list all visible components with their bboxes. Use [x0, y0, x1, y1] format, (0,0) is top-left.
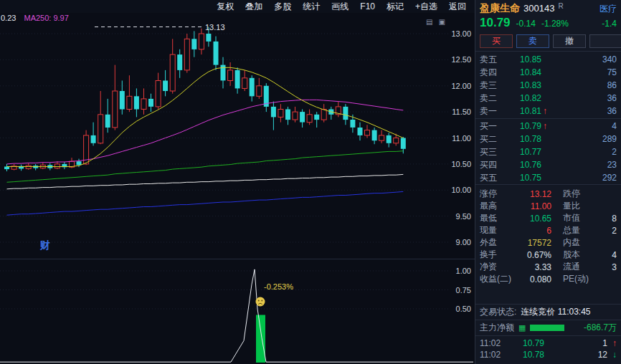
stat-row-limit: 涨停 13.12 跌停: [480, 188, 617, 200]
ma250-label: MA250: 9.97: [24, 14, 68, 22]
bid-row-2[interactable]: 买二 10.78 289: [480, 133, 617, 145]
ask-label: 卖一: [480, 105, 504, 118]
bid-label: 买一: [480, 120, 504, 133]
quote-panel: 盈康生命 300143 R 医疗 10.79 -0.14 -1.28% -1.4…: [475, 0, 621, 364]
bid-volume: 292: [602, 173, 617, 183]
bid-price[interactable]: 10.78: [504, 134, 541, 144]
svg-text:9.00: 9.00: [456, 238, 471, 246]
bid-price[interactable]: 10.79: [504, 121, 541, 131]
trade-buttons: 买 卖 撤: [475, 32, 621, 51]
bid-price[interactable]: 10.75: [504, 173, 541, 183]
bid-volume: 4: [612, 121, 617, 131]
watermark-logo: 财: [40, 239, 50, 252]
stat-value: 10.65: [518, 214, 551, 224]
flow-bar: [530, 325, 564, 331]
main-flow-value: -686.7万: [584, 322, 617, 334]
ask-label: 卖五: [480, 54, 504, 66]
stat-label: 最高: [480, 200, 518, 212]
extra-button-cut[interactable]: [589, 34, 621, 48]
tx-volume: 12: [598, 350, 607, 360]
cancel-order-button[interactable]: 撤: [553, 34, 586, 48]
bid-row-1[interactable]: 买一 10.79 ↑ 4: [480, 120, 617, 133]
ask-price[interactable]: 10.82: [504, 93, 541, 103]
bid-ask-divider: [475, 118, 621, 119]
margin-flag: R: [558, 2, 563, 10]
price-row: 10.79 -0.14 -1.28% -1.4: [475, 16, 621, 32]
trading-app: 复权 叠加 多股 统计 画线 F10 标记 +自选 返回 0.23 MA250:…: [0, 0, 621, 364]
indicator-subchart[interactable]: 1.000.750.50-0.253%: [0, 259, 475, 364]
stat-row-high: 最高 11.00 量比: [480, 200, 617, 212]
price-change-percent: -1.28%: [541, 19, 569, 29]
main-candlestick-chart[interactable]: 13.0012.5012.0011.5011.0010.5010.009.509…: [0, 13, 475, 259]
transaction-row: 11:02 10.79 1 ↑: [480, 337, 617, 349]
mark-button[interactable]: 标记: [387, 1, 404, 13]
ma-legend: 0.23 MA250: 9.97: [1, 14, 69, 22]
ask-price[interactable]: 10.84: [504, 67, 541, 77]
stat-label: 换手: [480, 249, 518, 261]
mini-chart-icon[interactable]: ▦: [518, 323, 526, 332]
ask-row-4[interactable]: 卖四 10.84 75: [480, 66, 617, 79]
bid-price[interactable]: 10.77: [504, 147, 541, 157]
buy-button[interactable]: 买: [480, 34, 513, 48]
stat-label: 量比: [563, 200, 597, 212]
ask-volume: 75: [607, 67, 617, 77]
stat-row-eps: 收益(二) 0.080 PE(动): [480, 273, 617, 285]
sell-arrow-icon: ↓: [607, 350, 617, 360]
add-watchlist-button[interactable]: +自选: [415, 1, 437, 13]
svg-text:9.50: 9.50: [456, 212, 471, 221]
stat-value: 11.00: [518, 201, 551, 211]
sector-tag[interactable]: 医疗: [599, 3, 617, 15]
stat-label: 市值: [563, 212, 597, 224]
ask-volume: 340: [602, 54, 617, 64]
svg-text:0.75: 0.75: [456, 286, 471, 294]
buy-arrow-icon: ↑: [607, 338, 617, 348]
stat-label: 总量: [563, 224, 597, 236]
ask-volume: 86: [607, 80, 617, 90]
stat-label: 内盘: [563, 236, 597, 249]
stat-label: PE(动): [563, 273, 597, 285]
ask-row-3[interactable]: 卖三 10.83 86: [480, 79, 617, 92]
bid-volume: 2: [612, 147, 617, 157]
ask-row-2[interactable]: 卖二 10.82 36: [480, 92, 617, 105]
draw-line-button[interactable]: 画线: [331, 1, 349, 13]
svg-text:13.00: 13.00: [451, 29, 471, 38]
ask-label: 卖三: [480, 80, 504, 92]
overlay-button[interactable]: 叠加: [245, 1, 262, 13]
stat-label: 现量: [480, 224, 518, 236]
svg-text:10.50: 10.50: [451, 160, 471, 168]
bid-row-5[interactable]: 买五 10.75 292: [480, 171, 617, 184]
tx-price: 10.78: [508, 350, 544, 360]
ask-row-5[interactable]: 卖五 10.85 340: [480, 53, 617, 66]
ask-row-1[interactable]: 卖一 10.81 ↑ 36: [480, 105, 617, 118]
ask-label: 卖二: [480, 92, 504, 105]
stat-row-low: 最低 10.65 市值 8: [480, 212, 617, 224]
up-arrow-icon: ↑: [541, 106, 551, 116]
bid-price[interactable]: 10.76: [504, 160, 541, 170]
list-icon[interactable]: ▤: [426, 18, 432, 26]
stat-label: 跌停: [563, 188, 597, 200]
transaction-list: 11:02 10.79 1 ↑ 11:02 10.78 12 ↓: [475, 335, 621, 360]
ask-price[interactable]: 10.85: [504, 54, 541, 64]
f10-button[interactable]: F10: [360, 1, 375, 11]
chart-corner-icons: ▤ ▣: [426, 18, 445, 26]
svg-text:11.50: 11.50: [452, 107, 471, 116]
bid-label: 买二: [480, 133, 504, 145]
stat-value-partial: 8: [612, 214, 617, 224]
bid-row-3[interactable]: 买三 10.77 2: [480, 145, 617, 158]
ask-price[interactable]: 10.83: [504, 80, 541, 90]
adjust-price-button[interactable]: 复权: [217, 1, 234, 13]
back-button[interactable]: 返回: [449, 1, 466, 13]
svg-text:0.50: 0.50: [456, 305, 471, 313]
bid-row-4[interactable]: 买四 10.76 23: [480, 158, 617, 171]
stat-value: 17572: [518, 238, 551, 248]
stat-row-nav: 净资 3.33 流通 3: [480, 261, 617, 273]
sell-button[interactable]: 卖: [516, 34, 549, 48]
statistics-button[interactable]: 统计: [303, 1, 320, 13]
stat-value-partial: 4: [612, 250, 617, 260]
svg-text:-0.253%: -0.253%: [264, 282, 293, 291]
multi-stock-button[interactable]: 多股: [274, 1, 291, 13]
stat-label: 收益(二): [480, 273, 518, 285]
window-icon[interactable]: ▣: [438, 18, 445, 26]
ask-price[interactable]: 10.81: [504, 106, 541, 116]
chart-toolbar: 复权 叠加 多股 统计 画线 F10 标记 +自选 返回: [0, 0, 475, 13]
